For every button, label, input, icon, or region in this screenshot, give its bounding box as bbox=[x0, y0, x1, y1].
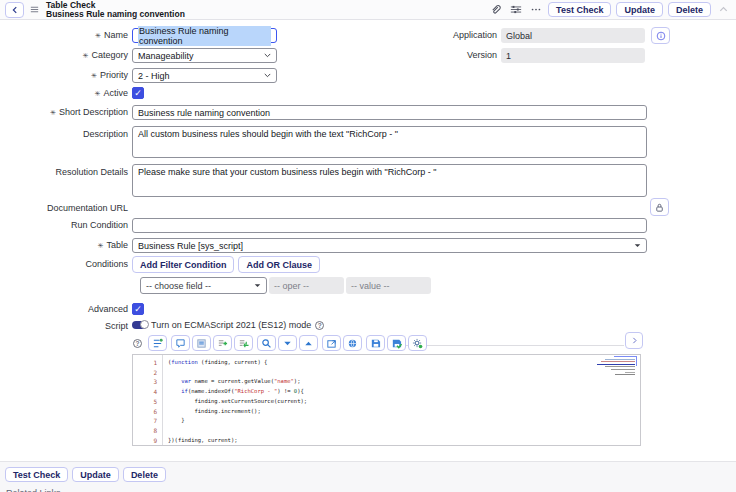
condition-field-select[interactable]: -- choose field -- bbox=[140, 277, 267, 294]
run-condition-input[interactable] bbox=[132, 218, 647, 233]
table-check-form-page: Table Check Business Rule naming convent… bbox=[0, 0, 736, 492]
footer-actions: Test Check Update Delete bbox=[5, 467, 166, 482]
version-label: Version bbox=[350, 48, 497, 63]
hamburger-menu-icon bbox=[29, 4, 40, 15]
advanced-checkbox[interactable]: ✓ bbox=[132, 303, 144, 315]
find-previous-button[interactable] bbox=[299, 335, 318, 351]
application-field: Global bbox=[501, 28, 645, 43]
code-line: finding.setCurrentSource(current); bbox=[168, 397, 640, 407]
condition-value-field: -- value -- bbox=[346, 277, 431, 294]
active-checkbox[interactable]: ✓ bbox=[132, 87, 144, 99]
format-code-button[interactable] bbox=[148, 335, 167, 351]
code-line: finding.increment(); bbox=[168, 407, 640, 417]
code-area[interactable]: (function (finding, current) { var name … bbox=[163, 355, 640, 445]
code-line: if(name.indexOf("RichCorp - ") != 0){ bbox=[168, 387, 640, 397]
documentation-url-unlock-button[interactable] bbox=[650, 198, 669, 216]
api-reference-icon bbox=[347, 338, 358, 349]
documentation-url-label: Documentation URL bbox=[0, 201, 128, 216]
delete-button[interactable]: Delete bbox=[668, 2, 711, 17]
replace-all-button[interactable] bbox=[234, 335, 253, 351]
toolbar-group bbox=[171, 335, 253, 351]
required-icon bbox=[95, 87, 101, 102]
required-icon bbox=[50, 106, 56, 121]
header-actions: Test Check Update Delete bbox=[488, 2, 731, 17]
es12-toggle-label: Turn on ECMAScript 2021 (ES12) mode bbox=[151, 320, 311, 330]
personalize-form-button[interactable] bbox=[508, 3, 523, 17]
search-button[interactable] bbox=[257, 335, 276, 351]
script-editor-toolbar: ? bbox=[133, 335, 427, 351]
update-button[interactable]: Update bbox=[616, 2, 663, 17]
save-button[interactable] bbox=[366, 335, 385, 351]
related-links-heading: Related Links bbox=[6, 488, 61, 492]
full-screen-button[interactable] bbox=[322, 335, 341, 351]
attachment-button[interactable] bbox=[488, 3, 503, 17]
code-minimap[interactable] bbox=[589, 357, 635, 381]
script-code-editor[interactable]: 123456789 (function (finding, current) {… bbox=[132, 354, 641, 446]
check-icon: ✓ bbox=[134, 304, 142, 314]
uncomment-button[interactable] bbox=[192, 335, 211, 351]
test-check-button[interactable]: Test Check bbox=[548, 2, 611, 17]
line-number: 1 bbox=[133, 358, 162, 368]
description-textarea[interactable]: All custom business rules should begin w… bbox=[132, 126, 647, 158]
line-number: 2 bbox=[133, 368, 162, 378]
category-select[interactable]: Manageability bbox=[132, 48, 277, 63]
toolbar-expand-button[interactable] bbox=[625, 332, 643, 349]
priority-value: 2 - High bbox=[138, 71, 170, 81]
short-description-input[interactable]: Business rule naming convention bbox=[132, 105, 647, 120]
category-label: Category bbox=[0, 48, 128, 64]
short-description-label: Short Description bbox=[0, 105, 128, 121]
uncomment-icon bbox=[196, 338, 207, 349]
more-options-button[interactable] bbox=[528, 3, 543, 17]
replace-button[interactable] bbox=[213, 335, 232, 351]
application-info-button[interactable] bbox=[651, 27, 670, 44]
conditions-buttons: Add Filter Condition Add OR Clause bbox=[132, 256, 320, 273]
chevron-down-icon bbox=[264, 53, 271, 58]
table-value: Business Rule [sys_script] bbox=[138, 241, 243, 251]
required-icon bbox=[95, 29, 101, 44]
name-value: Business Rule naming convention bbox=[138, 26, 271, 46]
code-line bbox=[168, 368, 640, 378]
info-icon bbox=[656, 31, 666, 41]
es12-toggle-row: Turn on ECMAScript 2021 (ES12) mode ? bbox=[132, 320, 324, 330]
add-filter-condition-button[interactable]: Add Filter Condition bbox=[132, 256, 234, 273]
required-icon bbox=[98, 239, 104, 254]
validate-script-button[interactable] bbox=[387, 335, 406, 351]
add-or-clause-button[interactable]: Add OR Clause bbox=[238, 256, 320, 273]
back-button[interactable] bbox=[5, 2, 24, 18]
priority-select[interactable]: 2 - High bbox=[132, 68, 277, 83]
find-next-button[interactable] bbox=[278, 335, 297, 351]
caret-down-icon bbox=[254, 283, 261, 288]
active-label: Active bbox=[0, 86, 128, 102]
api-reference-button[interactable] bbox=[343, 335, 362, 351]
editor-preferences-button[interactable] bbox=[408, 335, 427, 351]
ellipsis-icon bbox=[530, 4, 542, 15]
toggle-comment-button[interactable] bbox=[171, 335, 190, 351]
table-select[interactable]: Business Rule [sys_script] bbox=[132, 238, 647, 253]
full-screen-icon bbox=[326, 338, 337, 349]
name-input[interactable]: Business Rule naming convention bbox=[132, 28, 277, 43]
line-number: 5 bbox=[133, 397, 162, 407]
toolbar-group bbox=[366, 335, 427, 351]
toolbar-group bbox=[148, 335, 167, 351]
editor-preferences-icon bbox=[412, 338, 423, 349]
script-label: Script bbox=[0, 319, 128, 334]
resolution-details-textarea[interactable]: Please make sure that your custom busine… bbox=[132, 164, 647, 197]
form-context-menu-button[interactable] bbox=[29, 4, 40, 15]
find-next-icon bbox=[282, 338, 293, 349]
es12-mode-toggle[interactable] bbox=[132, 321, 147, 329]
code-line: } bbox=[168, 416, 640, 426]
scroll-up-button[interactable] bbox=[716, 3, 731, 17]
es12-help-icon[interactable]: ? bbox=[315, 321, 324, 330]
record-title: Business Rule naming convention bbox=[46, 10, 185, 19]
footer-test-check-button[interactable]: Test Check bbox=[5, 467, 68, 482]
toggle-knob-icon bbox=[140, 320, 149, 329]
code-line: var name = current.getValue("name"); bbox=[168, 377, 640, 387]
replace-all-icon bbox=[238, 338, 249, 349]
toolbar-group bbox=[322, 335, 362, 351]
footer-update-button[interactable]: Update bbox=[72, 467, 119, 482]
name-label: Name bbox=[0, 28, 128, 44]
format-code-icon bbox=[152, 338, 163, 349]
find-previous-icon bbox=[303, 338, 314, 349]
footer-delete-button[interactable]: Delete bbox=[123, 467, 166, 482]
editor-help-icon[interactable]: ? bbox=[133, 339, 142, 348]
